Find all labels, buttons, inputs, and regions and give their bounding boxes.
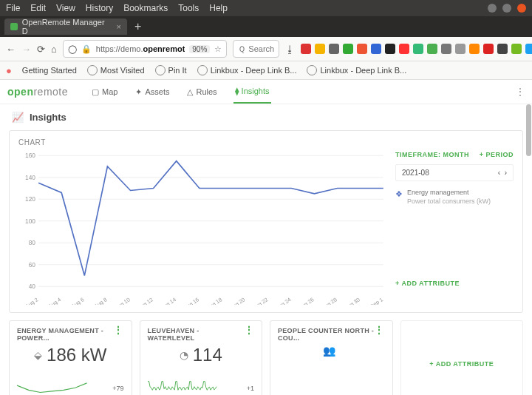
menu-bookmarks[interactable]: Bookmarks: [123, 3, 168, 13]
svg-text:Sep 1: Sep 1: [369, 296, 384, 305]
search-input[interactable]: Ｑ Search: [233, 40, 279, 58]
menu-history[interactable]: History: [86, 3, 113, 13]
kpi-menu-icon[interactable]: ⋮: [113, 327, 123, 342]
prev-month-icon[interactable]: ‹: [498, 169, 500, 177]
window-minimize[interactable]: [488, 4, 497, 13]
url-input[interactable]: ◯ 🔒 https://demo.openremot 90% ☆: [63, 40, 227, 58]
add-attribute-card[interactable]: + ADD ATTRIBUTE: [400, 320, 524, 395]
kpi-value: ⬙186 kW: [17, 345, 124, 365]
extension-icon[interactable]: [455, 44, 466, 54]
extension-icon[interactable]: [385, 44, 395, 54]
scrollbar-thumb[interactable]: [526, 104, 531, 156]
app-logo[interactable]: openremote: [7, 86, 68, 98]
bookmarks-bar: ● Getting Started Most Visited Pin It Li…: [0, 61, 532, 80]
svg-text:Aug 6: Aug 6: [70, 296, 86, 305]
bookmark-item[interactable]: Pin It: [155, 65, 187, 75]
zoom-badge[interactable]: 90%: [189, 45, 210, 53]
chart-card-title: CHART: [18, 138, 514, 146]
bookmark-item[interactable]: Linkbux - Deep Link B...: [197, 65, 297, 75]
extension-icon[interactable]: [329, 44, 339, 54]
forward-button[interactable]: →: [21, 44, 31, 55]
svg-text:Aug 4: Aug 4: [47, 296, 63, 305]
browser-tab[interactable]: OpenRemote Manager D ×: [4, 18, 127, 35]
svg-text:60: 60: [29, 261, 36, 269]
kpi-card: PEOPLE COUNTER NORTH - COU...⋮👥DAY: [270, 320, 393, 395]
window-maximize[interactable]: [502, 4, 511, 13]
tab-rules[interactable]: △Rules: [185, 81, 218, 104]
kpi-menu-icon[interactable]: ⋮: [244, 327, 254, 342]
svg-text:Aug 24: Aug 24: [274, 296, 292, 305]
more-icon[interactable]: ⋮: [516, 87, 525, 97]
extension-icon[interactable]: [497, 44, 508, 54]
home-button[interactable]: ⌂: [51, 44, 57, 55]
menu-view[interactable]: View: [56, 3, 75, 13]
extension-icon[interactable]: [315, 44, 325, 54]
search-icon: Ｑ: [238, 44, 245, 55]
extension-icon[interactable]: [357, 44, 367, 54]
kpi-delta: +79: [112, 385, 123, 392]
extension-icon[interactable]: [483, 44, 494, 54]
app-header: openremote ▢Map✦Assets△Rules⧫Insights ⋮: [0, 80, 532, 104]
globe-icon: [197, 65, 208, 75]
browser-toolbar: ← → ⟳ ⌂ ◯ 🔒 https://demo.openremot 90% ☆…: [0, 37, 532, 61]
nav-icon: ⧫: [235, 87, 239, 96]
svg-text:Aug 28: Aug 28: [321, 296, 338, 305]
kpi-value: 👥: [278, 345, 385, 357]
extension-icon[interactable]: [399, 44, 409, 54]
back-button[interactable]: ←: [6, 44, 16, 55]
sparkline: [278, 377, 348, 395]
bookmark-item[interactable]: Most Visited: [87, 65, 145, 75]
chart-area: 406080100120140160Aug 2Aug 4Aug 6Aug 8Au…: [18, 151, 388, 305]
extension-icon[interactable]: [525, 44, 532, 54]
tab-map[interactable]: ▢Map: [90, 81, 119, 104]
kpi-menu-icon[interactable]: ⋮: [374, 327, 384, 342]
kpi-title: PEOPLE COUNTER NORTH - COU...: [278, 327, 374, 342]
os-menubar: File Edit View History Bookmarks Tools H…: [0, 0, 532, 16]
svg-text:80: 80: [29, 239, 36, 246]
extension-icon[interactable]: [427, 44, 437, 54]
bookmark-item[interactable]: Linkbux - Deep Link B...: [307, 65, 406, 75]
svg-text:Aug 8: Aug 8: [93, 296, 109, 305]
drop-icon: ◔: [180, 349, 188, 361]
svg-text:Aug 30: Aug 30: [344, 296, 361, 305]
kpi-delta: +1: [247, 385, 254, 392]
nav-icon: ▢: [92, 87, 99, 97]
menu-edit[interactable]: Edit: [30, 3, 46, 13]
extension-icon[interactable]: [441, 44, 451, 54]
add-attribute-button[interactable]: + ADD ATTRIBUTE: [395, 280, 514, 287]
svg-text:Aug 26: Aug 26: [297, 296, 315, 305]
download-icon[interactable]: ⭳: [285, 44, 295, 55]
extension-icon[interactable]: [469, 44, 480, 54]
month-selector[interactable]: 2021-08 ‹ ›: [395, 164, 514, 181]
reload-button[interactable]: ⟳: [37, 44, 45, 55]
extension-icon[interactable]: [371, 44, 381, 54]
extension-icon[interactable]: [301, 44, 311, 54]
add-period-button[interactable]: + PERIOD: [480, 151, 514, 158]
people-icon: 👥: [323, 345, 335, 357]
tab-assets[interactable]: ✦Assets: [134, 81, 171, 104]
sparkline: [148, 377, 218, 395]
bookmark-star-icon[interactable]: ☆: [214, 44, 222, 54]
bookmark-item[interactable]: Getting Started: [22, 66, 77, 75]
shield-icon: ◯: [68, 44, 77, 54]
kpi-title: LEUVEHAVEN - WATERLEVEL: [148, 327, 244, 342]
new-tab-button[interactable]: +: [134, 20, 141, 33]
window-close[interactable]: [517, 4, 526, 13]
menu-file[interactable]: File: [6, 3, 20, 13]
kpi-title: ENERGY MANAGEMENT - POWER...: [17, 327, 113, 342]
menu-tools[interactable]: Tools: [178, 3, 199, 13]
extension-icon[interactable]: [413, 44, 423, 54]
extension-icon[interactable]: [511, 44, 522, 54]
kpi-row: ENERGY MANAGEMENT - POWER...⋮⬙186 kW+79D…: [9, 320, 523, 395]
firefox-icon: ●: [6, 65, 12, 76]
kpi-card: LEUVEHAVEN - WATERLEVEL⋮◔114+1WEEK: [140, 320, 263, 395]
menu-help[interactable]: Help: [209, 3, 228, 13]
close-tab-icon[interactable]: ×: [117, 22, 121, 31]
page-title: 📈 Insights: [9, 104, 523, 130]
kpi-card: ENERGY MANAGEMENT - POWER...⋮⬙186 kW+79D…: [9, 320, 132, 395]
globe-icon: [155, 65, 166, 75]
next-month-icon[interactable]: ›: [505, 169, 507, 177]
tab-insights[interactable]: ⧫Insights: [233, 81, 271, 104]
extension-icon[interactable]: [343, 44, 353, 54]
svg-text:Aug 18: Aug 18: [205, 296, 223, 305]
